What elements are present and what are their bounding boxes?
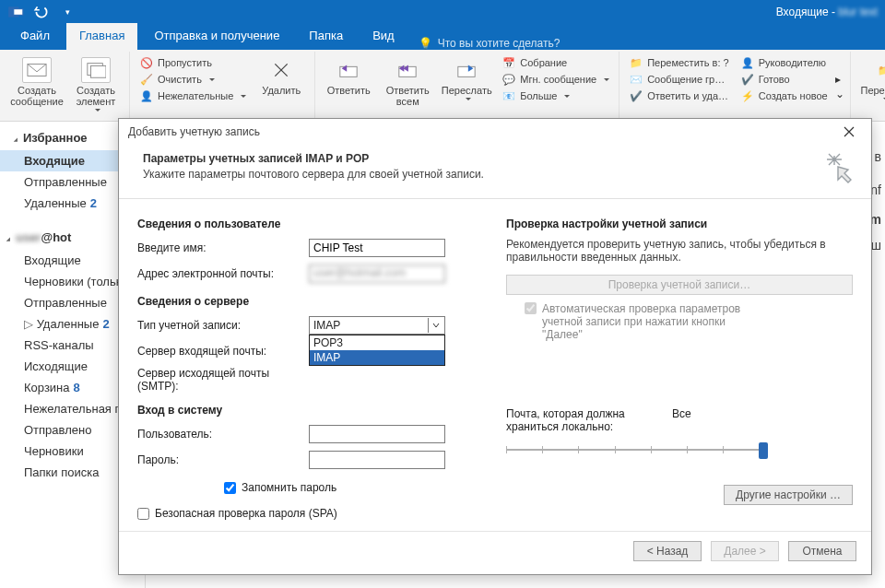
clean-button[interactable]: 🧹Очистить [136, 72, 250, 87]
reply-all-icon [393, 57, 422, 83]
ignore-label: Пропустить [158, 57, 212, 68]
im-icon: 💬 [502, 73, 516, 86]
delete-button[interactable]: Удалить [254, 53, 309, 117]
next-button[interactable]: Далее > [711, 541, 779, 561]
tell-me-label: Что вы хотите сделать? [438, 37, 560, 50]
qat-dropdown-icon[interactable]: ▾ [59, 4, 76, 20]
email-label: Адрес электронной почты: [137, 267, 309, 280]
acct-type-select[interactable]: IMAP [309, 316, 445, 335]
expand-icon[interactable]: ⌄ [835, 88, 844, 100]
acct-type-dropdown: POP3 IMAP [309, 335, 445, 366]
meeting-button[interactable]: 📅Собрание [498, 55, 613, 70]
new-mail-label: Создать сообщение [9, 85, 65, 107]
team-msg-button[interactable]: ✉️Сообщение гр… [625, 72, 733, 87]
password-field[interactable] [309, 451, 445, 469]
chevron-down-icon [428, 318, 442, 333]
slider-thumb[interactable] [759, 442, 768, 459]
dialog-heading: Параметры учетных записей IMAP и POP [143, 152, 821, 165]
tab-file[interactable]: Файл [7, 23, 63, 50]
opt-imap[interactable]: IMAP [310, 350, 444, 365]
tell-me[interactable]: 💡 Что вы хотите сделать? [419, 37, 560, 50]
done-button[interactable]: ✔️Готово [737, 72, 832, 87]
test-account-button[interactable]: Проверка учетной записи… [506, 275, 853, 295]
ribbon: Создать сообщение Создать элемент 🚫Пропу… [0, 50, 885, 122]
sidebar-deleted-count: 2 [90, 196, 97, 210]
delete-icon [266, 57, 296, 83]
manager-icon: 👤 [740, 56, 755, 69]
new-item-button[interactable]: Создать элемент [68, 53, 124, 117]
new-mail-button[interactable]: Создать сообщение [9, 53, 65, 117]
folder-icon: 📁 [629, 56, 643, 69]
tab-folder[interactable]: Папка [296, 23, 356, 50]
move-to-button[interactable]: 📁Переместить в: ? [625, 55, 733, 70]
reply-all-label: Ответить всем [380, 85, 435, 107]
mail-icon [22, 57, 52, 83]
ignore-icon: 🚫 [139, 56, 154, 69]
title-inbox-text: Входящие - [776, 6, 835, 18]
junk-label: Нежелательные [158, 90, 233, 101]
title-account-blur: blur text [838, 6, 878, 18]
acct-type-label: Тип учетной записи: [137, 319, 309, 332]
create-new-icon: ⚡ [740, 89, 755, 102]
chevron-right-icon[interactable]: ▸ [835, 73, 844, 86]
outgoing-label: Сервер исходящей почты (SMTP): [137, 367, 309, 393]
move-icon: 📁 [869, 57, 885, 83]
reply-label: Ответить [327, 85, 371, 96]
cursor-star-icon [821, 152, 855, 185]
cancel-button[interactable]: Отмена [788, 541, 856, 561]
forward-button[interactable]: Переслать [439, 53, 494, 117]
create-new-label: Создать новое [759, 90, 828, 101]
email-field[interactable]: user@hotmail.com [309, 265, 445, 283]
tab-send-receive[interactable]: Отправка и получение [141, 23, 292, 50]
account-suffix: @hot [41, 230, 71, 244]
done-icon: ✔️ [740, 73, 755, 86]
reply-delete-button[interactable]: ✔️Ответить и уда… [625, 88, 733, 103]
acct-type-value: IMAP [313, 319, 340, 332]
undo-icon[interactable] [33, 4, 50, 20]
move-big-button[interactable]: 📁Перемест [856, 53, 885, 117]
more-label: Больше [520, 90, 557, 101]
other-settings-button[interactable]: Другие настройки … [724, 485, 853, 505]
to-manager-label: Руководителю [759, 57, 826, 68]
add-account-dialog: Добавить учетную запись Параметры учетны… [118, 118, 872, 575]
test-description: Рекомендуется проверить учетную запись, … [506, 238, 853, 264]
to-manager-button[interactable]: 👤Руководителю [737, 55, 832, 70]
back-button[interactable]: < Назад [633, 541, 702, 561]
forward-icon [452, 57, 481, 83]
auto-test-label: Автоматическая проверка параметров учетн… [542, 302, 763, 341]
tab-home[interactable]: Главная [66, 23, 137, 50]
svg-rect-1 [14, 9, 23, 16]
reply-delete-label: Ответить и уда… [647, 90, 728, 101]
reply-icon [334, 57, 363, 83]
tab-view[interactable]: Вид [360, 23, 407, 50]
spa-checkbox[interactable] [137, 508, 149, 520]
more-button[interactable]: 📧Больше [498, 88, 613, 103]
create-new-button[interactable]: ⚡Создать новое [737, 88, 832, 103]
dialog-title: Добавить учетную запись [128, 125, 260, 138]
name-label: Введите имя: [137, 241, 309, 254]
team-msg-label: Сообщение гр… [647, 74, 725, 85]
reply-delete-icon: ✔️ [629, 89, 643, 102]
titlebar: ▾ Входящие - blur text [0, 0, 885, 24]
opt-pop3[interactable]: POP3 [310, 335, 444, 350]
clean-label: Очистить [158, 74, 202, 85]
im-button[interactable]: 💬Мгн. сообщение [498, 72, 613, 87]
user-field[interactable] [309, 425, 445, 443]
server-section-title: Сведения о сервере [137, 295, 469, 308]
done-label: Готово [759, 74, 790, 85]
name-field[interactable] [309, 239, 445, 257]
junk-button[interactable]: 👤Нежелательные [136, 88, 250, 103]
mail-storage-slider[interactable] [506, 446, 764, 453]
outlook-icon [7, 4, 24, 20]
move-to-label: Переместить в: ? [647, 57, 729, 68]
close-button[interactable] [831, 121, 867, 143]
remember-password-checkbox[interactable] [224, 482, 236, 494]
incoming-label: Сервер входящей почты: [137, 345, 309, 358]
lightbulb-icon: 💡 [419, 37, 432, 50]
reply-all-button[interactable]: Ответить всем [380, 53, 435, 117]
acct-trash-count: 8 [74, 381, 80, 394]
reply-button[interactable]: Ответить [321, 53, 376, 117]
ignore-button[interactable]: 🚫Пропустить [136, 55, 250, 70]
user-section-title: Сведения о пользователе [137, 218, 469, 230]
remember-password-label: Запомнить пароль [242, 481, 336, 494]
